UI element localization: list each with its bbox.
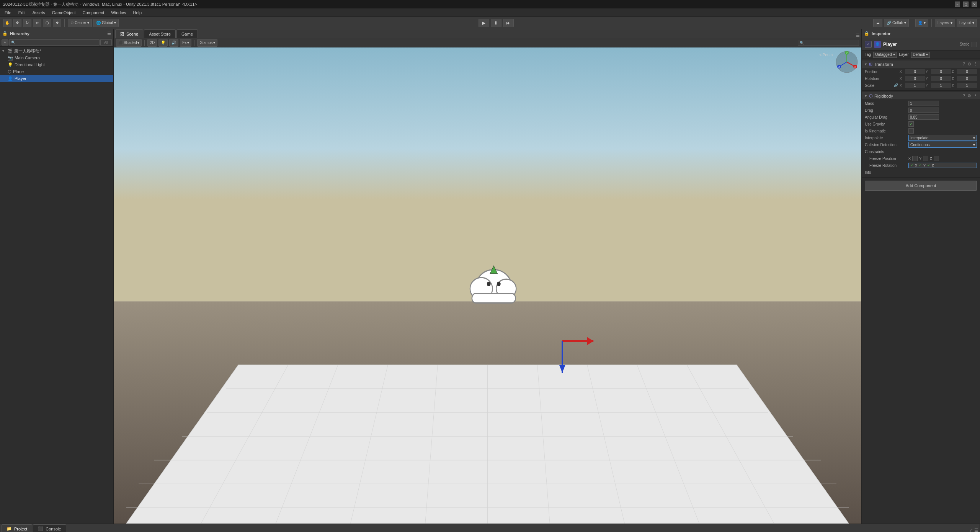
interpolate-dropdown[interactable]: Interpolate ▾ xyxy=(908,135,977,141)
scale-y-input[interactable] xyxy=(931,83,951,88)
rotation-y-input[interactable] xyxy=(931,76,951,81)
shading-dropdown[interactable]: ⬛ Shaded ▾ xyxy=(116,39,142,47)
2d-toggle[interactable]: 2D xyxy=(147,39,157,47)
transform-help-icon[interactable]: ? xyxy=(963,62,965,67)
menu-component[interactable]: Component xyxy=(79,10,107,16)
menu-gameobject[interactable]: GameObject xyxy=(49,10,79,16)
transform-menu-icon[interactable]: ⋮ xyxy=(973,62,978,67)
minimize-btn[interactable]: － xyxy=(955,2,960,7)
transform-settings-icon[interactable]: ⚙ xyxy=(967,62,971,67)
inspector-lock-icon[interactable]: 🔒 xyxy=(864,31,869,36)
rotation-z-input[interactable] xyxy=(957,76,977,81)
tab-scene[interactable]: 🖼 Scene xyxy=(115,29,143,38)
layout-dropdown[interactable]: Layout ▾ xyxy=(957,19,977,27)
inspector-title: Inspector xyxy=(872,31,891,36)
project-menu-icon[interactable]: ☰ xyxy=(974,528,978,532)
layers-dropdown[interactable]: Layers ▾ xyxy=(935,19,955,27)
rigidbody-header[interactable]: ▼ ⬡ Rigidbody ? ⚙ ⋮ xyxy=(862,92,980,100)
fx-btn[interactable]: Fx ▾ xyxy=(180,39,191,47)
lighting-btn[interactable]: 💡 xyxy=(158,39,168,47)
tab-asset-store[interactable]: Asset Store xyxy=(144,29,176,38)
step-btn[interactable]: ⏭ xyxy=(503,19,514,27)
console-tab-icon: ⬛ xyxy=(38,526,43,531)
menu-assets[interactable]: Assets xyxy=(29,10,48,16)
tool-rotate[interactable]: ↻ xyxy=(23,19,31,27)
project-maximize-icon[interactable]: ⤢ xyxy=(969,528,973,532)
hierarchy-item-plane[interactable]: ⬡ Plane xyxy=(0,68,113,75)
use-gravity-label: Use Gravity xyxy=(865,122,907,126)
scale-z-input[interactable] xyxy=(957,83,977,88)
gizmos-btn[interactable]: Gizmos ▾ xyxy=(197,39,217,47)
tab-project[interactable]: 📁 Project xyxy=(2,524,32,532)
player-object-icon: 👤 xyxy=(874,41,881,48)
plane-icon: ⬡ xyxy=(8,69,11,74)
scale-x-input[interactable] xyxy=(905,83,925,88)
hierarchy-item-player[interactable]: 👤 Player xyxy=(0,75,113,82)
scene-viewport[interactable]: < Persp Y X Z xyxy=(114,47,861,524)
fp-x-checkbox[interactable] xyxy=(912,156,918,161)
menu-bar: File Edit Assets GameObject Component Wi… xyxy=(0,8,980,17)
transform-header[interactable]: ▼ ⊞ Transform ? ⚙ ⋮ xyxy=(862,60,980,68)
tool-hand[interactable]: ✋ xyxy=(3,19,11,27)
scene-settings-icon[interactable]: ☰ xyxy=(856,33,860,38)
audio-btn[interactable]: 🔊 xyxy=(169,39,178,47)
global-toggle[interactable]: 🌐 Global ▾ xyxy=(93,19,119,27)
pivot-toggle[interactable]: ⊙ Center ▾ xyxy=(68,19,92,27)
transform-icon: ⊞ xyxy=(869,62,872,67)
add-component-btn[interactable]: Add Component xyxy=(865,181,977,191)
position-y-input[interactable] xyxy=(931,69,951,74)
layout-label: Layout xyxy=(959,21,971,25)
account-btn[interactable]: 👤 ▾ xyxy=(915,19,928,27)
hierarchy-filter-btn[interactable]: All xyxy=(100,39,112,46)
pos-y-label: Y xyxy=(926,70,930,73)
hierarchy-item-camera[interactable]: 📷 Main Camera xyxy=(0,54,113,61)
scene-search[interactable]: 🔍 xyxy=(798,40,859,46)
tool-rect[interactable]: ⬡ xyxy=(43,19,51,27)
interpolate-arrow: ▾ xyxy=(973,136,975,140)
hierarchy-search[interactable]: 🔍 xyxy=(9,39,100,46)
fp-z-checkbox[interactable] xyxy=(934,156,939,161)
play-btn[interactable]: ▶ xyxy=(479,19,489,27)
position-z-input[interactable] xyxy=(957,69,977,74)
tool-scale[interactable]: ⇔ xyxy=(33,19,41,27)
hierarchy-menu-icon[interactable]: ☰ xyxy=(107,31,111,36)
hierarchy-add-btn[interactable]: + xyxy=(2,39,8,46)
menu-window[interactable]: Window xyxy=(108,10,129,16)
hierarchy-item-light[interactable]: 💡 Directional Light xyxy=(0,61,113,68)
rigidbody-help-icon[interactable]: ? xyxy=(963,93,965,98)
fp-y-checkbox[interactable] xyxy=(923,156,928,161)
player-checkbox[interactable]: ✓ xyxy=(865,41,872,48)
menu-file[interactable]: File xyxy=(2,10,15,16)
pause-btn[interactable]: ⏸ xyxy=(491,19,501,27)
collision-detection-dropdown[interactable]: Continuous ▾ xyxy=(908,142,977,148)
svg-point-26 xyxy=(497,282,501,286)
tab-console[interactable]: ⬛ Console xyxy=(33,524,66,532)
hierarchy-item-scene[interactable]: ▼ 🎬 第一人称移动* xyxy=(0,47,113,54)
rigidbody-settings-icon[interactable]: ⚙ xyxy=(967,93,971,98)
rotation-x-input[interactable] xyxy=(905,76,925,81)
use-gravity-checkbox[interactable]: ✓ xyxy=(908,121,914,127)
maximize-btn[interactable]: □ xyxy=(963,2,969,7)
rigidbody-menu-icon[interactable]: ⋮ xyxy=(973,93,978,98)
drag-input[interactable] xyxy=(908,108,939,113)
menu-help[interactable]: Help xyxy=(130,10,145,16)
rigidbody-icon: ⬡ xyxy=(869,93,873,98)
hierarchy-lock-icon[interactable]: 🔒 xyxy=(2,31,8,36)
position-x-input[interactable] xyxy=(905,69,925,74)
tag-dropdown[interactable]: Untagged ▾ xyxy=(873,52,897,58)
player-name[interactable]: Player xyxy=(883,42,957,47)
tool-move[interactable]: ✥ xyxy=(13,19,21,27)
close-btn[interactable]: ✕ xyxy=(972,2,977,7)
menu-edit[interactable]: Edit xyxy=(15,10,29,16)
is-kinematic-checkbox[interactable] xyxy=(908,128,914,134)
tab-game[interactable]: Game xyxy=(176,29,198,38)
transform-section: ▼ ⊞ Transform ? ⚙ ⋮ Position X xyxy=(862,59,980,91)
rigidbody-title: Rigidbody xyxy=(874,94,893,98)
angular-drag-input[interactable] xyxy=(908,114,939,120)
layer-dropdown[interactable]: Default ▾ xyxy=(911,52,930,58)
mass-input[interactable] xyxy=(908,101,939,106)
static-checkbox[interactable] xyxy=(972,42,977,47)
cloud-btn[interactable]: ☁ xyxy=(873,19,882,27)
tool-transform[interactable]: ❖ xyxy=(53,19,61,27)
collab-btn[interactable]: 🔗 Collab ▾ xyxy=(884,19,909,27)
